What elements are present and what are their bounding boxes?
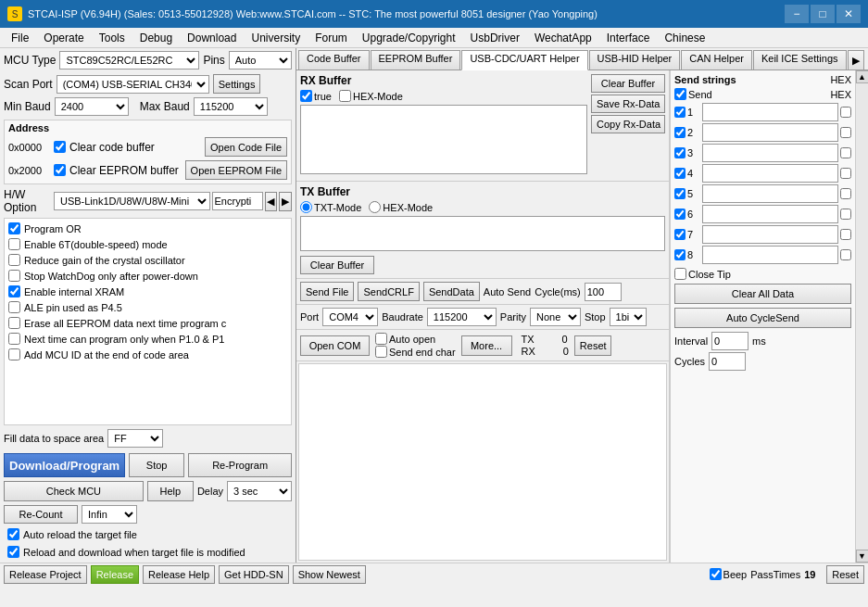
menu-upgrade[interactable]: Upgrade/Copyright — [355, 29, 463, 47]
tab-keil[interactable]: Keil ICE Settings — [753, 50, 847, 70]
reprogram-button[interactable]: Re-Program — [188, 453, 292, 477]
send-8-input[interactable] — [702, 246, 838, 264]
auto-reload-check[interactable] — [7, 528, 19, 540]
tab-can[interactable]: CAN Helper — [681, 50, 752, 70]
send-5-input[interactable] — [702, 184, 838, 203]
close-tip-check[interactable] — [674, 268, 686, 280]
send-4-check[interactable] — [674, 168, 686, 179]
open-com-button[interactable]: Open COM — [300, 335, 370, 356]
send-7-input[interactable] — [702, 225, 838, 244]
send-master-check[interactable] — [674, 88, 686, 100]
send-6-input[interactable] — [702, 205, 838, 223]
menu-chinese[interactable]: Chinese — [657, 29, 712, 47]
stop-select[interactable]: 1bit — [610, 308, 647, 326]
mcu-type-select[interactable]: STC89C52RC/LE52RC — [59, 51, 199, 70]
hw-option-select[interactable]: USB-Link1D/U8W/U8W-Mini — [54, 192, 210, 210]
save-rx-button[interactable]: Save Rx-Data — [591, 95, 665, 113]
check-mcu-button[interactable]: Check MCU — [4, 481, 144, 501]
beep-check[interactable] — [710, 568, 722, 580]
send-crlf-button[interactable]: SendCRLF — [358, 282, 419, 301]
max-baud-select[interactable]: 115200 — [194, 97, 268, 116]
send-7-hex[interactable] — [840, 229, 851, 240]
send-8-hex[interactable] — [840, 249, 851, 260]
menu-tools[interactable]: Tools — [92, 29, 132, 47]
send-4-input[interactable] — [702, 164, 838, 183]
option-6-check[interactable] — [8, 317, 20, 329]
tab-eeprom-buffer[interactable]: EEPROM Buffer — [371, 50, 461, 70]
menu-wechat[interactable]: WechatApp — [527, 29, 599, 47]
send-data-button[interactable]: SendData — [423, 282, 480, 301]
rx-txt-mode-check[interactable] — [300, 90, 312, 102]
copy-rx-button[interactable]: Copy Rx-Data — [591, 115, 665, 133]
send-6-check[interactable] — [674, 209, 686, 220]
menu-operate[interactable]: Operate — [36, 29, 91, 47]
cycles-input[interactable] — [709, 352, 746, 371]
send-3-check[interactable] — [674, 147, 686, 158]
rx-clear-buffer-button[interactable]: Clear Buffer — [591, 74, 665, 93]
more-button[interactable]: More... — [461, 335, 512, 356]
option-4-check[interactable] — [8, 285, 20, 297]
rx-textarea[interactable] — [300, 105, 587, 174]
tab-code-buffer[interactable]: Code Buffer — [298, 50, 370, 70]
menu-forum[interactable]: Forum — [308, 29, 355, 47]
menu-debug[interactable]: Debug — [132, 29, 180, 47]
menu-file[interactable]: File — [4, 29, 36, 47]
auto-cycle-send-button[interactable]: Auto CycleSend — [674, 308, 851, 328]
send-1-check[interactable] — [674, 107, 686, 118]
send-3-hex[interactable] — [840, 147, 851, 158]
encrypt-input[interactable] — [212, 192, 263, 210]
show-newest-button[interactable]: Show Newest — [293, 565, 366, 584]
option-3-check[interactable] — [8, 270, 20, 282]
open-eeprom-button[interactable]: Open EEPROM File — [185, 160, 287, 180]
send-2-input[interactable] — [702, 123, 838, 142]
scroll-down-arrow[interactable]: ▼ — [856, 550, 869, 563]
download-button[interactable]: Download/Program — [4, 453, 125, 477]
recount-select[interactable]: Infin — [82, 505, 137, 524]
tab-usb-hid[interactable]: USB-HID Helper — [589, 50, 681, 70]
minimize-button[interactable]: − — [785, 5, 809, 23]
send-1-input[interactable] — [702, 103, 838, 121]
rx-hex-mode-check[interactable] — [339, 90, 351, 102]
maximize-button[interactable]: □ — [811, 5, 835, 23]
option-1-check[interactable] — [8, 238, 20, 250]
baudrate-select[interactable]: 115200 — [427, 308, 497, 326]
send-1-hex[interactable] — [840, 107, 851, 118]
option-5-check[interactable] — [8, 301, 20, 313]
auto-open-check[interactable] — [375, 333, 387, 345]
send-8-check[interactable] — [674, 249, 686, 260]
pins-select[interactable]: Auto — [229, 51, 292, 70]
parity-select[interactable]: None — [530, 308, 581, 326]
hw-nav-left[interactable]: ◀ — [265, 192, 278, 211]
release-help-button[interactable]: Release Help — [143, 565, 215, 584]
get-hdd-sn-button[interactable]: Get HDD-SN — [219, 565, 289, 584]
send-2-check[interactable] — [674, 127, 686, 138]
reload-download-check[interactable] — [7, 546, 19, 558]
open-code-button[interactable]: Open Code File — [205, 137, 287, 157]
tab-usb-cdc[interactable]: USB-CDC/UART Helper — [461, 50, 587, 70]
tx-clear-buffer-button[interactable]: Clear Buffer — [300, 256, 374, 274]
delay-select[interactable]: 3 sec — [227, 481, 292, 501]
clear-all-data-button[interactable]: Clear All Data — [674, 284, 851, 304]
recount-button[interactable]: Re-Count — [4, 505, 78, 524]
send-7-check[interactable] — [674, 229, 686, 240]
option-0-check[interactable] — [8, 222, 20, 234]
release-button[interactable]: Release — [91, 565, 139, 584]
option-7-check[interactable] — [8, 333, 20, 345]
close-button[interactable]: ✕ — [837, 5, 861, 23]
cycle-input[interactable] — [585, 283, 622, 301]
send-6-hex[interactable] — [840, 209, 851, 220]
menu-interface[interactable]: Interface — [599, 29, 658, 47]
send-2-hex[interactable] — [840, 127, 851, 138]
menu-download[interactable]: Download — [180, 29, 244, 47]
scroll-up-arrow[interactable]: ▲ — [856, 70, 869, 83]
fill-data-select[interactable]: FF — [107, 429, 163, 448]
reset-counter-button[interactable]: Reset — [574, 335, 611, 356]
status-reset-button[interactable]: Reset — [826, 565, 864, 584]
send-end-check[interactable] — [375, 346, 387, 358]
send-5-hex[interactable] — [840, 188, 851, 199]
option-8-check[interactable] — [8, 348, 20, 360]
clear-code-check[interactable] — [54, 141, 66, 153]
clear-eeprom-check[interactable] — [54, 164, 66, 176]
tx-textarea[interactable] — [300, 216, 665, 251]
min-baud-select[interactable]: 2400 — [55, 97, 129, 116]
